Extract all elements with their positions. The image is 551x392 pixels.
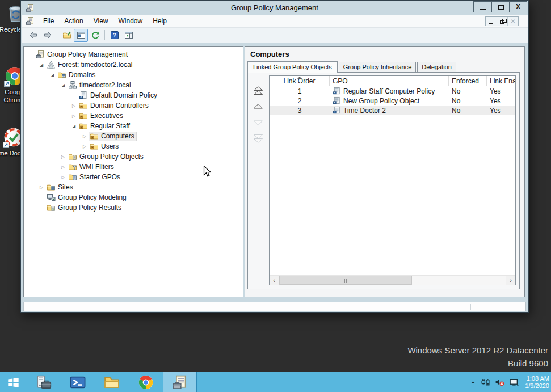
menu-item-action[interactable]: Action (59, 15, 88, 27)
tree-item-executives[interactable]: ▷Executives (24, 111, 243, 121)
tree-node: Users (89, 142, 121, 151)
powershell-icon (70, 374, 86, 390)
gpo-row-regular-staff-computer-policy[interactable]: 1Regular Staff Computer PolicyNoYes (270, 86, 515, 96)
gpmc-icon (172, 374, 188, 390)
horizontal-scrollbar[interactable] (270, 275, 515, 285)
tree-expander-icon[interactable]: ▷ (59, 165, 67, 170)
column-header-gpo[interactable]: GPO (330, 76, 449, 86)
tree-item-group-policy-results[interactable]: Group Policy Results (24, 203, 243, 213)
tree-item-domains[interactable]: ◢Domains (24, 70, 243, 80)
tree-expander-icon[interactable]: ◢ (37, 62, 45, 68)
tree-item-regular-staff[interactable]: ◢Regular Staff (24, 121, 243, 131)
tree-expander-icon[interactable]: ▷ (37, 185, 45, 190)
up-one-level-button[interactable] (60, 29, 74, 42)
power-icon[interactable] (481, 377, 490, 387)
tree-item-label: Group Policy Objects (79, 153, 144, 161)
link-order-cell: 3 (270, 107, 330, 115)
tree-item-group-policy-objects[interactable]: ▷Group Policy Objects (24, 151, 243, 162)
refresh-button[interactable] (88, 29, 102, 42)
gpo-row-new-group-policy-object[interactable]: 2New Group Policy ObjectNoYes (270, 96, 515, 106)
chrome-button[interactable] (129, 372, 163, 392)
move-up-button[interactable] (253, 102, 265, 112)
taskbar-clock[interactable]: 1:08 AM 1/9/2020 (523, 375, 549, 390)
tree-expander-icon[interactable]: ◢ (48, 73, 56, 78)
tree-item-domain-controllers[interactable]: ▷Domain Controllers (24, 100, 243, 111)
tab-group-policy-inheritance[interactable]: Group Policy Inheritance (339, 62, 416, 72)
scrollbar-thumb[interactable] (279, 276, 412, 285)
child-minimize-button[interactable] (486, 17, 497, 26)
link-order-move-buttons (252, 86, 266, 144)
move-to-top-button[interactable] (253, 86, 265, 96)
back-button[interactable] (26, 29, 40, 42)
back-icon (29, 31, 38, 40)
menu-item-window[interactable]: Window (113, 15, 148, 27)
tree-item-forest-timedoctor2-local[interactable]: ◢Forest: timedoctor2.local (24, 60, 243, 70)
column-header-label: Link Enabled (490, 77, 515, 85)
mouse-cursor-icon (203, 166, 212, 178)
menu-items: FileActionViewWindowHelp (38, 17, 172, 25)
os-build-line2: Build 9600 (407, 357, 548, 370)
gpo-icon (333, 87, 341, 95)
tree-expander-icon[interactable]: ▷ (59, 175, 67, 180)
ou-folder-icon (79, 111, 88, 120)
volume-muted-icon[interactable] (495, 377, 504, 387)
tree-node: Starter GPOs (67, 172, 123, 182)
menu-item-help[interactable]: Help (148, 15, 172, 27)
scroll-left-button[interactable] (270, 276, 279, 285)
show-action-pane-button[interactable] (121, 29, 136, 42)
tree-item-label: Computers (101, 132, 134, 140)
child-restore-button[interactable] (497, 17, 507, 26)
tree-item-label: timedoctor2.local (79, 81, 131, 89)
tree-item-label: Starter GPOs (79, 173, 120, 181)
file-explorer-button[interactable] (95, 372, 129, 392)
column-header-link-enabled[interactable]: Link Enabled (487, 76, 515, 86)
tree-expander-icon[interactable]: ▷ (70, 113, 78, 119)
maximize-button[interactable] (491, 2, 509, 12)
tree-item-group-policy-management[interactable]: Group Policy Management (24, 49, 243, 60)
tab-linked-group-policy-objects[interactable]: Linked Group Policy Objects (247, 61, 338, 73)
tree-item-sites[interactable]: ▷Sites (24, 182, 243, 192)
tree-expander-icon[interactable]: ▷ (81, 144, 89, 149)
details-pane: Computers Linked Group Policy ObjectsGro… (245, 46, 525, 297)
menu-item-view[interactable]: View (89, 15, 113, 27)
powershell-button[interactable] (61, 372, 95, 392)
tab-delegation[interactable]: Delegation (417, 62, 456, 72)
gpo-row-time-doctor-2[interactable]: 3Time Doctor 2NoYes (270, 106, 515, 115)
scroll-right-button[interactable] (506, 276, 515, 285)
tree-item-users[interactable]: ▷Users (24, 141, 243, 151)
show-console-tree-button[interactable] (74, 29, 88, 42)
domain-icon (68, 81, 77, 90)
os-version-line1: Windows Server 2012 R2 Datacenter (407, 344, 548, 357)
tree-item-group-policy-modeling[interactable]: Group Policy Modeling (24, 192, 243, 203)
column-header-enforced[interactable]: Enforced (449, 76, 487, 86)
tree-node: Group Policy Modeling (45, 193, 129, 203)
tree-expander-icon[interactable]: ▷ (81, 134, 89, 139)
gpmc-button[interactable] (163, 372, 197, 392)
taskbar-buttons (0, 372, 197, 392)
gpo-cell: New Group Policy Object (330, 96, 449, 105)
tree-item-timedoctor2-local[interactable]: ◢timedoctor2.local (24, 80, 243, 90)
refresh-icon (91, 31, 100, 40)
start-button[interactable] (0, 372, 27, 392)
help-button[interactable]: ? (107, 29, 121, 42)
tree-expander-icon[interactable]: ▷ (59, 154, 67, 159)
hidden-icons-chevron-icon[interactable] (470, 379, 476, 385)
minimize-button[interactable] (474, 2, 491, 12)
tree-item-computers[interactable]: ▷Computers (24, 131, 243, 141)
chrome-icon (138, 374, 154, 390)
tree-item-label: Users (101, 142, 119, 150)
network-icon[interactable] (509, 377, 519, 387)
close-button[interactable] (509, 2, 527, 12)
tree-item-default-domain-policy[interactable]: Default Domain Policy (24, 90, 243, 100)
forward-button[interactable] (40, 29, 54, 42)
tree-expander-icon[interactable]: ◢ (59, 83, 67, 88)
title-bar[interactable]: Group Policy Management (21, 1, 528, 15)
column-header-link-order[interactable]: Link Order (270, 76, 330, 86)
server-manager-button[interactable] (27, 372, 61, 392)
tree-expander-icon[interactable]: ▷ (70, 103, 78, 108)
shortcut-arrow-icon (4, 81, 10, 87)
child-close-button[interactable] (507, 17, 518, 26)
menu-item-file[interactable]: File (38, 15, 59, 27)
tree-expander-icon[interactable]: ◢ (70, 124, 78, 129)
tree-node: Group Policy Results (45, 203, 124, 213)
